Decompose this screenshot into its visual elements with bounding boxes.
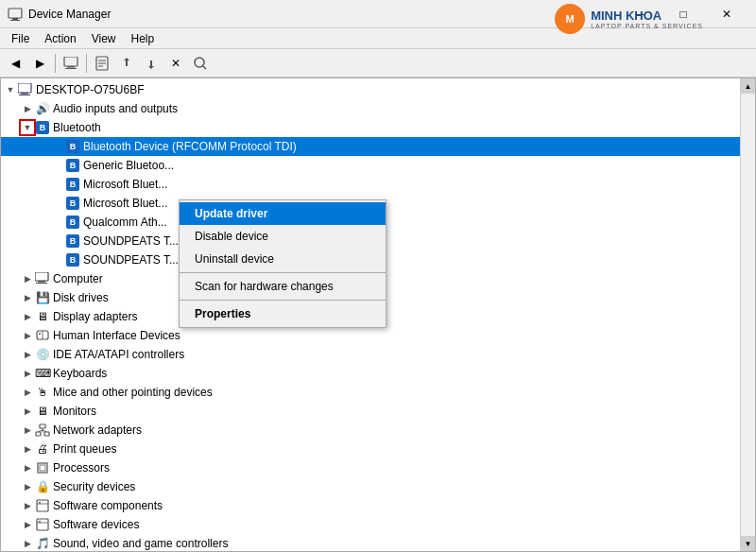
window-title: Device Manager xyxy=(28,8,618,21)
scroll-up[interactable]: ▲ xyxy=(741,78,756,94)
bt-device-icon-5: B xyxy=(65,215,80,230)
toolbar-computer[interactable] xyxy=(60,52,82,75)
mice-label: Mice and other pointing devices xyxy=(53,386,213,399)
expand-mice[interactable]: ▶ xyxy=(20,385,35,400)
logo: M MINH KHOA LAPTOP PARTS & SERVICES xyxy=(555,4,703,34)
tree-sw-components[interactable]: ▶ Software components xyxy=(1,496,740,515)
bt-device-icon-2: B xyxy=(65,158,80,173)
svg-rect-0 xyxy=(9,9,22,18)
soundpeats2-label: SOUNDPEATS T... xyxy=(83,253,179,267)
toolbar-scan[interactable] xyxy=(189,52,212,75)
toolbar-rollback[interactable] xyxy=(140,52,163,75)
svg-rect-34 xyxy=(37,519,48,530)
svg-rect-16 xyxy=(19,95,30,95)
tree-ms-bt1[interactable]: B Microsoft Bluet... xyxy=(1,175,740,194)
scrollbar[interactable]: ▲ ▼ xyxy=(740,78,755,551)
generic-bt-label: Generic Bluetoo... xyxy=(83,159,174,172)
expand-ide[interactable]: ▶ xyxy=(20,347,35,362)
scroll-down[interactable]: ▼ xyxy=(741,536,756,551)
toolbar-update[interactable] xyxy=(115,52,138,75)
security-label: Security devices xyxy=(53,480,135,493)
tree-ide[interactable]: ▶ 💿 IDE ATA/ATAPI controllers xyxy=(1,345,740,364)
svg-line-13 xyxy=(203,66,206,69)
ctx-sep-2 xyxy=(180,300,386,301)
svg-point-22 xyxy=(39,333,41,335)
menu-help[interactable]: Help xyxy=(124,30,163,47)
print-label: Print queues xyxy=(53,442,116,456)
processors-label: Processors xyxy=(53,461,110,474)
ctx-uninstall-device[interactable]: Uninstall device xyxy=(180,248,386,270)
svg-rect-33 xyxy=(39,502,41,504)
bluetooth-icon: B xyxy=(35,120,50,135)
tree-bluetooth-rfcomm[interactable]: B Bluetooth Device (RFCOMM Protocol TDI) xyxy=(1,137,740,156)
toolbar-forward[interactable]: ▶ xyxy=(28,52,51,75)
qualcomm-label: Qualcomm Ath... xyxy=(83,216,167,229)
print-icon: 🖨 xyxy=(35,441,50,457)
tree-root[interactable]: ▼ DESKTOP-O75U6BF xyxy=(1,80,740,99)
tree-keyboards[interactable]: ▶ ⌨ Keyboards xyxy=(1,364,740,383)
ctx-disable-device[interactable]: Disable device xyxy=(180,225,386,248)
bt-device-icon-1: B xyxy=(65,139,80,154)
bt-device-icon-7: B xyxy=(65,252,80,267)
close-button[interactable]: ✕ xyxy=(705,0,748,28)
expand-disk[interactable]: ▶ xyxy=(20,290,35,305)
context-menu: Update driver Disable device Uninstall d… xyxy=(179,199,387,328)
svg-rect-19 xyxy=(36,283,47,284)
tree-network[interactable]: ▶ Network adapters xyxy=(1,421,740,440)
expand-processors[interactable]: ▶ xyxy=(20,460,35,475)
toolbar-back[interactable]: ◀ xyxy=(4,52,26,75)
svg-rect-7 xyxy=(65,68,77,69)
tree-generic-bt[interactable]: B Generic Bluetoo... xyxy=(1,156,740,175)
expand-audio[interactable]: ▶ xyxy=(20,101,35,116)
svg-rect-1 xyxy=(12,18,18,20)
expand-print[interactable]: ▶ xyxy=(20,441,35,457)
bt-device-icon-4: B xyxy=(65,196,80,211)
toolbar-sep-2 xyxy=(86,54,87,73)
tree-security[interactable]: ▶ 🔒 Security devices xyxy=(1,477,740,496)
tree-mice[interactable]: ▶ 🖱 Mice and other pointing devices xyxy=(1,383,740,402)
monitors-label: Monitors xyxy=(53,405,96,418)
svg-rect-23 xyxy=(40,424,45,428)
tree-audio[interactable]: ▶ 🔊 Audio inputs and outputs xyxy=(1,99,740,118)
computer-icon-2 xyxy=(35,271,50,286)
svg-text:M: M xyxy=(566,13,575,25)
mice-icon: 🖱 xyxy=(35,385,50,400)
expand-display[interactable]: ▶ xyxy=(20,309,35,324)
tree-sound[interactable]: ▶ 🎵 Sound, video and game controllers xyxy=(1,534,740,551)
expand-keyboards[interactable]: ▶ xyxy=(20,366,35,381)
bluetooth-label: Bluetooth xyxy=(53,121,101,134)
expand-sw-devices[interactable]: ▶ xyxy=(20,517,35,532)
tree-hid[interactable]: ▶ Human Interface Devices xyxy=(1,326,740,345)
expand-sound[interactable]: ▶ xyxy=(20,536,35,551)
expand-computer[interactable]: ▶ xyxy=(20,271,35,286)
security-icon: 🔒 xyxy=(35,479,50,494)
tree-sw-devices[interactable]: ▶ Software devices xyxy=(1,515,740,534)
ide-label: IDE ATA/ATAPI controllers xyxy=(53,348,184,361)
ctx-update-driver[interactable]: Update driver xyxy=(180,202,386,225)
ctx-properties[interactable]: Properties xyxy=(180,302,386,325)
logo-sub: LAPTOP PARTS & SERVICES xyxy=(591,23,703,29)
expand-sw-components[interactable]: ▶ xyxy=(20,498,35,513)
tree-bluetooth[interactable]: ▼ B Bluetooth xyxy=(1,118,740,137)
expand-bluetooth[interactable]: ▼ xyxy=(20,120,35,135)
sw-components-icon xyxy=(35,498,50,513)
bt-device-icon-6: B xyxy=(65,233,80,249)
ctx-scan-hardware[interactable]: Scan for hardware changes xyxy=(180,275,386,298)
svg-rect-36 xyxy=(39,521,41,523)
computer-icon xyxy=(18,82,33,97)
svg-rect-6 xyxy=(67,66,75,68)
svg-rect-5 xyxy=(64,57,77,66)
menu-view[interactable]: View xyxy=(84,30,124,47)
expand-security[interactable]: ▶ xyxy=(20,479,35,494)
tree-print[interactable]: ▶ 🖨 Print queues xyxy=(1,440,740,458)
tree-monitors[interactable]: ▶ 🖥 Monitors xyxy=(1,402,740,421)
toolbar-remove[interactable]: ✕ xyxy=(164,52,187,75)
expand-network[interactable]: ▶ xyxy=(20,423,35,438)
menu-action[interactable]: Action xyxy=(37,30,83,47)
menu-file[interactable]: File xyxy=(4,30,37,47)
expand-hid[interactable]: ▶ xyxy=(20,328,35,343)
toolbar-properties[interactable] xyxy=(91,52,113,75)
tree-processors[interactable]: ▶ Processors xyxy=(1,458,740,477)
expand-root[interactable]: ▼ xyxy=(3,82,18,97)
expand-monitors[interactable]: ▶ xyxy=(20,404,35,419)
